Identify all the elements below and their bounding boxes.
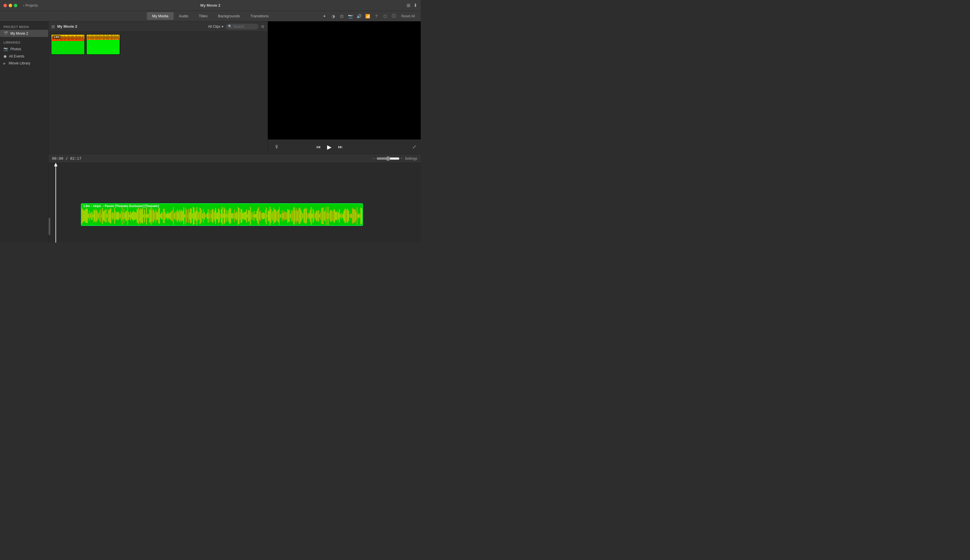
svg-rect-233	[230, 208, 231, 223]
svg-rect-291	[285, 212, 285, 220]
preview-screen	[268, 22, 421, 140]
panel-toggle-icon[interactable]: ⊟	[52, 24, 55, 29]
svg-rect-299	[292, 210, 293, 221]
overlay-icon[interactable]: ⬡	[382, 13, 389, 20]
svg-rect-218	[216, 213, 217, 219]
svg-rect-344	[334, 209, 335, 222]
svg-rect-216	[214, 210, 215, 221]
zoom-range-input[interactable]	[377, 156, 400, 161]
storyboard-icon[interactable]: ⊞	[407, 3, 410, 8]
chevron-right-icon: ▶	[3, 62, 6, 65]
skip-forward-button[interactable]: ⏭	[338, 144, 343, 150]
scroll-handle[interactable]	[48, 218, 50, 235]
tab-titles[interactable]: Titles	[194, 12, 213, 20]
question-icon[interactable]: ?	[373, 13, 380, 20]
svg-rect-355	[344, 209, 345, 223]
svg-rect-54	[102, 36, 103, 38]
skip-back-button[interactable]: ⏮	[316, 144, 321, 150]
svg-rect-135	[139, 207, 139, 224]
minimize-button[interactable]	[9, 4, 12, 7]
zoom-slider[interactable]: — +	[372, 156, 402, 161]
download-icon[interactable]: ⬇	[414, 3, 417, 8]
svg-rect-340	[331, 210, 331, 222]
svg-rect-26	[75, 37, 75, 39]
color-balance-icon[interactable]: ◑	[330, 13, 337, 20]
search-box[interactable]: 🔍	[226, 24, 259, 30]
settings-label[interactable]: Settings	[405, 157, 417, 161]
waveform-svg-2	[87, 35, 119, 40]
fullscreen-button[interactable]: ⤢	[412, 144, 416, 150]
svg-rect-288	[282, 210, 282, 222]
svg-rect-35	[82, 36, 83, 40]
close-button[interactable]	[3, 4, 7, 7]
svg-rect-51	[99, 35, 100, 40]
sidebar-item-imovie-library[interactable]: ▶ iMovie Library	[0, 60, 48, 67]
mic-button[interactable]: 🎙	[272, 143, 281, 151]
svg-rect-337	[328, 207, 328, 225]
timeline-time: 00:00 / 02:17	[52, 156, 82, 161]
svg-rect-368	[357, 207, 357, 225]
svg-rect-275	[270, 207, 270, 225]
svg-rect-372	[361, 208, 361, 224]
back-projects-button[interactable]: ‹ Projects	[23, 3, 38, 8]
svg-rect-307	[300, 208, 300, 224]
tab-transitions[interactable]: Transitions	[245, 12, 274, 20]
playhead-handle	[54, 163, 57, 167]
audio-clip[interactable]: 1.9m – ninjoi. – Passin [Thematic Exclus…	[81, 203, 363, 226]
svg-rect-90	[97, 210, 97, 222]
toolbar: My Media Audio Titles Backgrounds Transi…	[0, 11, 421, 22]
clip-thumb-1[interactable]: 1.9m	[51, 34, 85, 55]
magic-wand-icon[interactable]: ✦	[321, 13, 328, 20]
clips-filter-selector[interactable]: All Clips ▾	[208, 25, 223, 28]
svg-rect-99	[105, 210, 105, 222]
svg-rect-297	[290, 214, 291, 218]
play-button[interactable]: ▶	[324, 142, 335, 152]
sidebar-item-all-events[interactable]: ◉ All Events	[0, 53, 48, 60]
svg-rect-56	[104, 35, 104, 40]
svg-rect-342	[332, 211, 333, 220]
svg-rect-28	[76, 35, 77, 40]
tab-backgrounds[interactable]: Backgrounds	[213, 12, 245, 20]
sidebar-item-photos[interactable]: 📷 Photos	[0, 45, 48, 53]
svg-rect-321	[313, 209, 313, 223]
tab-my-media[interactable]: My Media	[147, 12, 174, 20]
volume-icon[interactable]: 🔊	[356, 13, 362, 20]
clip-thumb-2[interactable]	[86, 34, 120, 55]
camera-icon[interactable]: 📷	[347, 13, 354, 20]
svg-rect-85	[92, 212, 92, 220]
playhead[interactable]	[55, 163, 56, 243]
info-icon[interactable]: ⓘ	[391, 13, 397, 20]
clips-filter-label: All Clips	[208, 25, 220, 28]
svg-rect-371	[359, 214, 360, 218]
settings-icon[interactable]: ⚙	[261, 24, 265, 29]
svg-rect-279	[273, 208, 274, 224]
back-label: Projects	[25, 3, 38, 8]
svg-rect-163	[165, 212, 165, 220]
search-input[interactable]	[233, 25, 256, 28]
svg-rect-240	[237, 212, 237, 220]
svg-rect-156	[159, 208, 159, 223]
svg-rect-96	[102, 208, 103, 224]
svg-rect-131	[135, 212, 135, 220]
svg-rect-215	[214, 213, 214, 219]
crop-icon[interactable]: ⊡	[338, 13, 345, 20]
reset-all-button[interactable]: Reset All	[399, 13, 417, 19]
svg-rect-97	[103, 212, 104, 220]
svg-rect-266	[261, 213, 262, 218]
svg-rect-370	[359, 213, 359, 218]
svg-rect-230	[227, 213, 228, 218]
tab-audio[interactable]: Audio	[174, 12, 194, 20]
sidebar-item-my-movie[interactable]: 🎬 My Movie 2	[0, 30, 48, 37]
chevron-left-icon: ‹	[23, 3, 24, 8]
svg-rect-361	[350, 214, 351, 218]
svg-rect-43	[92, 36, 93, 39]
svg-rect-188	[188, 209, 189, 223]
svg-rect-59	[106, 35, 107, 39]
svg-rect-313	[305, 208, 306, 224]
svg-rect-300	[293, 208, 294, 224]
svg-rect-241	[238, 207, 239, 225]
maximize-button[interactable]	[14, 4, 17, 7]
svg-rect-139	[142, 208, 143, 224]
equalizer-icon[interactable]: 📶	[364, 13, 371, 20]
svg-rect-86	[93, 214, 93, 217]
